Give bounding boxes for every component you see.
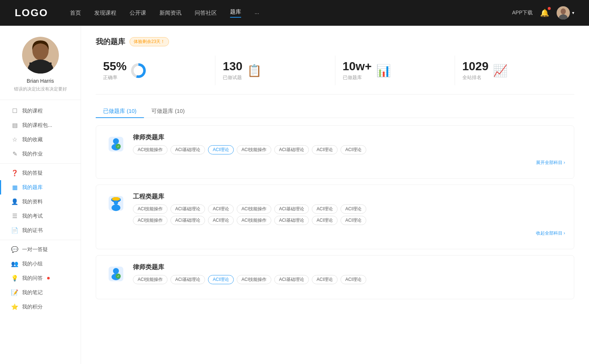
- svg-point-20: [113, 268, 119, 274]
- sidebar-item-question-bank[interactable]: ▦ 我的题库: [0, 180, 81, 195]
- tag-1-3-active[interactable]: ACI理论: [208, 145, 234, 154]
- sidebar-item-course[interactable]: ☐ 我的课程: [0, 104, 81, 118]
- stat-done-banks-label: 已做题库: [343, 74, 372, 81]
- sidebar-item-favorites[interactable]: ☆ 我的收藏: [0, 132, 81, 147]
- stat-correct-rate: 55% 正确率: [96, 56, 215, 85]
- nav-qa[interactable]: 问答社区: [195, 10, 217, 17]
- notes-icon: 📝: [11, 289, 18, 296]
- app-download-button[interactable]: APP下载: [512, 10, 533, 16]
- bank-card-2: 工程类题库 ACI技能操作 ACI基础理论 ACI理论 ACI技能操作 ACI基…: [96, 185, 574, 249]
- svg-text:✓: ✓: [117, 275, 120, 278]
- trial-badge: 体验剩余23天！: [130, 37, 169, 46]
- svg-text:✓: ✓: [117, 145, 120, 148]
- tag-3-1[interactable]: ACI技能操作: [133, 275, 167, 284]
- nav-more[interactable]: ···: [254, 10, 259, 16]
- tag-1-4[interactable]: ACI技能操作: [237, 145, 271, 154]
- tag-3-7[interactable]: ACI理论: [341, 275, 366, 284]
- tag-1-5[interactable]: ACI基础理论: [274, 145, 309, 154]
- bank-card-1-name: 律师类题库: [133, 133, 565, 142]
- sidebar-item-my-qa[interactable]: 💡 我的问答: [0, 271, 81, 285]
- tag-3-2[interactable]: ACI基础理论: [170, 275, 205, 284]
- tag-2-12[interactable]: ACI基础理论: [274, 216, 309, 225]
- bank-card-3-name: 律师类题库: [133, 263, 565, 271]
- tag-2-13[interactable]: ACI理论: [312, 216, 338, 225]
- tag-2-1[interactable]: ACI技能操作: [133, 204, 167, 214]
- tag-2-5[interactable]: ACI基础理论: [274, 204, 309, 214]
- tag-3-5[interactable]: ACI基础理论: [274, 275, 309, 284]
- bank-card-2-tags-row2: ACI技能操作 ACI基础理论 ACI理论 ACI技能操作 ACI基础理论 AC…: [133, 216, 565, 225]
- bank-card-2-collapse[interactable]: 收起全部科目 ›: [133, 227, 565, 236]
- tag-1-6[interactable]: ACI理论: [312, 145, 338, 154]
- points-icon: ⭐: [11, 303, 18, 310]
- tab-available-banks[interactable]: 可做题库 (10): [144, 105, 192, 118]
- profile-avatar: [22, 37, 59, 74]
- one-on-one-icon: 💬: [11, 246, 18, 253]
- sidebar-item-course-package[interactable]: ▤ 我的课程包...: [0, 118, 81, 132]
- sidebar-item-qa[interactable]: ❓ 我的答疑: [0, 166, 81, 180]
- nav-home[interactable]: 首页: [70, 10, 81, 17]
- sidebar-item-profile[interactable]: 👤 我的资料: [0, 195, 81, 209]
- sidebar-item-homework[interactable]: ✎ 我的作业: [0, 147, 81, 161]
- course-icon: ☐: [11, 107, 18, 114]
- bank-card-3-tags: ACI技能操作 ACI基础理论 ACI理论 ACI技能操作 ACI基础理论 AC…: [133, 275, 565, 284]
- bank-card-3-header: ✓ 律师类题库 ACI技能操作 ACI基础理论 ACI理论 ACI技能操作 AC…: [105, 263, 565, 286]
- tag-2-9[interactable]: ACI基础理论: [170, 216, 205, 225]
- stat-done-questions-text: 130 已做试题: [223, 60, 242, 81]
- list-orange-icon: 📊: [376, 64, 391, 78]
- tag-3-6[interactable]: ACI理论: [312, 275, 338, 284]
- stat-done-questions-value: 130: [223, 60, 242, 73]
- tag-2-14[interactable]: ACI理论: [341, 216, 366, 225]
- user-avatar-dropdown[interactable]: ▾: [557, 6, 574, 19]
- sidebar-item-group[interactable]: 👥 我的小组: [0, 257, 81, 271]
- svg-point-17: [112, 204, 120, 211]
- bar-red-icon: 📈: [493, 64, 508, 78]
- sidebar-menu: ☐ 我的课程 ▤ 我的课程包... ☆ 我的收藏 ✎ 我的作业 ❓ 我的答疑 ▦: [0, 100, 81, 318]
- tag-2-2[interactable]: ACI基础理论: [170, 204, 205, 214]
- tag-2-7[interactable]: ACI理论: [341, 204, 366, 214]
- logo[interactable]: LOGO: [15, 7, 48, 19]
- svg-rect-6: [29, 63, 52, 74]
- donut-inner: [134, 66, 143, 75]
- stat-done-questions-label: 已做试题: [223, 74, 242, 81]
- stat-site-rank: 1029 全站排名 📈: [455, 56, 574, 85]
- certificate-icon: 📄: [11, 227, 18, 234]
- navbar: LOGO 首页 发现课程 公开课 新闻资讯 问答社区 题库 ··· APP下载 …: [0, 0, 589, 26]
- sidebar-item-points[interactable]: ⭐ 我的积分: [0, 300, 81, 314]
- tag-1-1[interactable]: ACI技能操作: [133, 145, 167, 154]
- bank-card-1-expand[interactable]: 展开全部科目 ›: [133, 157, 565, 166]
- page-header: 我的题库 体验剩余23天！: [96, 37, 574, 47]
- tag-2-6[interactable]: ACI理论: [312, 204, 338, 214]
- tag-1-7[interactable]: ACI理论: [341, 145, 366, 154]
- notification-bell[interactable]: 🔔: [540, 8, 549, 17]
- svg-point-8: [113, 138, 119, 144]
- tab-done-banks[interactable]: 已做题库 (10): [96, 105, 144, 118]
- stat-site-rank-label: 全站排名: [462, 74, 489, 81]
- tag-3-3-active[interactable]: ACI理论: [208, 275, 234, 284]
- qa-icon: ❓: [11, 169, 18, 176]
- bank-card-1: ✓ 律师类题库 ACI技能操作 ACI基础理论 ACI理论 ACI技能操作 AC…: [96, 125, 574, 179]
- sidebar-item-notes[interactable]: 📝 我的笔记: [0, 285, 81, 300]
- stat-site-rank-value: 1029: [462, 60, 489, 73]
- svg-point-16: [112, 197, 120, 201]
- tag-2-10[interactable]: ACI理论: [208, 216, 234, 225]
- sidebar-item-certificate[interactable]: 📄 我的证书: [0, 223, 81, 238]
- list-green-icon: 📋: [247, 64, 262, 78]
- lawyer-icon-3: ✓: [105, 263, 127, 285]
- tag-3-4[interactable]: ACI技能操作: [237, 275, 271, 284]
- profile-motto: 错误的决定比没有决定要好: [14, 86, 67, 92]
- sidebar-item-one-on-one[interactable]: 💬 一对一答疑: [0, 242, 81, 257]
- svg-point-18: [114, 200, 118, 205]
- tag-2-3[interactable]: ACI理论: [208, 204, 234, 214]
- qa-red-dot: [47, 277, 50, 279]
- nav-news[interactable]: 新闻资讯: [159, 10, 181, 17]
- tag-1-2[interactable]: ACI基础理论: [170, 145, 205, 154]
- sidebar-item-exam[interactable]: ☰ 我的考试: [0, 209, 81, 223]
- tag-2-8[interactable]: ACI技能操作: [133, 216, 167, 225]
- tag-2-4[interactable]: ACI技能操作: [237, 204, 271, 214]
- nav-discover[interactable]: 发现课程: [94, 10, 116, 17]
- nav-question-bank[interactable]: 题库: [230, 8, 241, 18]
- nav-open-course[interactable]: 公开课: [130, 10, 146, 17]
- correct-rate-chart: [131, 63, 146, 78]
- bank-card-2-body: 工程类题库 ACI技能操作 ACI基础理论 ACI理论 ACI技能操作 ACI基…: [133, 192, 565, 236]
- tag-2-11[interactable]: ACI技能操作: [237, 216, 271, 225]
